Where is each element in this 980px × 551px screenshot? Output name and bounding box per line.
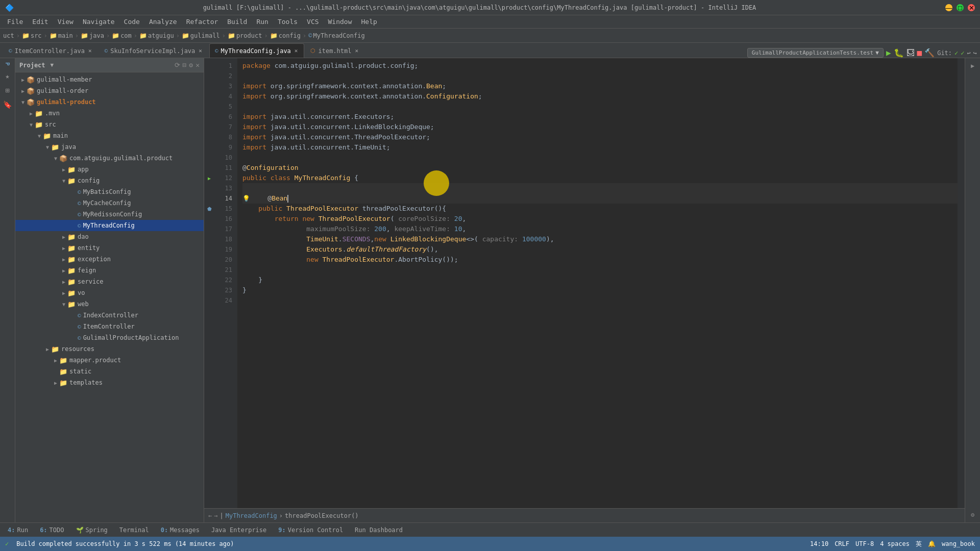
tree-item-vo[interactable]: ▶ 📁 vo <box>15 287 204 298</box>
tree-item-static[interactable]: 📁 static <box>15 366 204 377</box>
menu-run[interactable]: Run <box>252 17 272 27</box>
tree-item-mvn[interactable]: ▶ 📁 .mvn <box>15 108 204 119</box>
menu-help[interactable]: Help <box>357 17 381 27</box>
menu-vcs[interactable]: VCS <box>303 17 323 27</box>
nav-method-label[interactable]: threadPoolExecutor() <box>285 512 359 519</box>
tree-item-resources[interactable]: ▶ 📁 resources <box>15 343 204 355</box>
tab-close-skuinfo[interactable]: ✕ <box>198 47 203 54</box>
gutter-15-bean[interactable]: ⬟ <box>204 204 214 214</box>
close-project-icon[interactable]: ✕ <box>195 61 200 69</box>
collapse-icon[interactable]: ⊟ <box>183 61 187 69</box>
coverage-button[interactable]: ⛾ <box>906 48 915 58</box>
breadcrumb-atguigu[interactable]: atguigu <box>148 32 174 39</box>
project-icon[interactable]: P <box>3 61 12 67</box>
right-scrollbar[interactable] <box>958 58 965 508</box>
line-ending[interactable]: CRLF <box>835 540 849 547</box>
maximize-button[interactable]: □ <box>957 4 964 11</box>
bottom-tab-version-control[interactable]: 9: Version Control <box>273 525 348 535</box>
nav-forward-icon[interactable]: → <box>214 512 217 519</box>
notifications-icon[interactable]: 🔔 <box>928 540 936 547</box>
breadcrumb-src[interactable]: src <box>31 32 42 39</box>
breadcrumb-product[interactable]: product <box>236 32 262 39</box>
tree-item-mapper-product[interactable]: ▶ 📁 mapper.product <box>15 355 204 366</box>
nav-back-icon[interactable]: ← <box>208 512 212 519</box>
project-dropdown-icon[interactable]: ▼ <box>51 62 54 68</box>
menu-build[interactable]: Build <box>223 17 251 27</box>
code-editor[interactable]: ▶ ⬟ 1 2 3 4 5 6 7 8 9 10 11 <box>204 58 965 508</box>
breadcrumb-main[interactable]: main <box>58 32 73 39</box>
tree-item-service[interactable]: ▶ 📁 service <box>15 276 204 287</box>
favorites-icon[interactable]: ★ <box>4 70 11 82</box>
tree-item-mythreadconfig[interactable]: © MyThreadConfig <box>15 220 204 231</box>
bottom-tab-run-dashboard[interactable]: Run Dashboard <box>350 525 408 535</box>
menu-refactor[interactable]: Refactor <box>182 17 223 27</box>
debug-button[interactable]: 🐛 <box>894 48 904 58</box>
tree-item-templates[interactable]: ▶ 📁 templates <box>15 377 204 388</box>
window-controls[interactable]: — □ ✕ <box>945 4 975 11</box>
right-tool-1[interactable]: ▶ <box>969 61 976 71</box>
breadcrumb-gulimall[interactable]: gulimall <box>190 32 220 39</box>
breadcrumb-uct[interactable]: uct <box>3 32 14 39</box>
tree-item-gulimall-product[interactable]: ▼ 📦 gulimall-product <box>15 96 204 108</box>
menu-navigate[interactable]: Navigate <box>79 17 119 27</box>
menu-view[interactable]: View <box>54 17 78 27</box>
breadcrumb-config[interactable]: config <box>279 32 301 39</box>
bottom-tab-todo[interactable]: 6: TODO <box>35 525 69 535</box>
cursor-position[interactable]: 14:10 <box>810 540 828 547</box>
tab-mythreadconfig[interactable]: © MyThreadConfig.java ✕ <box>209 43 305 58</box>
structure-icon[interactable]: ⊞ <box>4 85 11 96</box>
sync-icon[interactable]: ⟳ <box>175 61 180 69</box>
bottom-tab-messages[interactable]: 0: Messages <box>156 525 205 535</box>
bottom-tab-spring[interactable]: 🌱 Spring <box>71 525 113 535</box>
nav-class-label[interactable]: MyThreadConfig <box>226 512 277 519</box>
build-button[interactable]: 🔨 <box>924 48 935 58</box>
bookmarks-icon[interactable]: 🔖 <box>2 99 13 110</box>
bottom-tab-java-enterprise[interactable]: Java Enterprise <box>206 525 272 535</box>
tree-item-dao[interactable]: ▶ 📁 dao <box>15 231 204 242</box>
menu-edit[interactable]: Edit <box>28 17 52 27</box>
tab-item-html[interactable]: ⬡ item.html ✕ <box>305 43 365 58</box>
breadcrumb-mythreadconfig[interactable]: MyThreadConfig <box>313 32 365 39</box>
breadcrumb-com[interactable]: com <box>120 32 132 39</box>
tree-item-mybatisconfig[interactable]: © MyBatisConfig <box>15 186 204 197</box>
code-content[interactable]: package com.atguigu.gulimall.product.con… <box>237 58 965 508</box>
tree-item-web[interactable]: ▼ 📁 web <box>15 298 204 310</box>
menu-code[interactable]: Code <box>120 17 144 27</box>
menu-file[interactable]: File <box>3 17 27 27</box>
minimize-button[interactable]: — <box>945 4 952 11</box>
bottom-tab-terminal[interactable]: Terminal <box>114 525 154 535</box>
lang-icon[interactable]: 英 <box>916 540 922 548</box>
tab-close-item-html[interactable]: ✕ <box>354 47 360 54</box>
tree-item-feign[interactable]: ▶ 📁 feign <box>15 265 204 276</box>
tree-item-src[interactable]: ▼ 📁 src <box>15 119 204 130</box>
tree-item-exception[interactable]: ▶ 📁 exception <box>15 254 204 265</box>
tree-item-main[interactable]: ▼ 📁 main <box>15 130 204 141</box>
run-config-selector[interactable]: GulimallProductApplicationTests.test ▼ <box>747 48 884 58</box>
tree-item-app[interactable]: ▶ 📁 app <box>15 164 204 175</box>
tree-item-mycacheconfig[interactable]: © MyCacheConfig <box>15 197 204 209</box>
tree-item-entity[interactable]: ▶ 📁 entity <box>15 242 204 254</box>
tab-skuinfoserviceimpl[interactable]: © SkuInfoServiceImpl.java ✕ <box>99 43 209 58</box>
charset[interactable]: UTF-8 <box>855 540 874 547</box>
tree-item-itemcontroller[interactable]: © ItemController <box>15 321 204 332</box>
close-button[interactable]: ✕ <box>968 4 975 11</box>
tree-item-gulimallproductapp[interactable]: © GulimallProductApplication <box>15 332 204 343</box>
tree-item-myredissonconfig[interactable]: © MyRedissonConfig <box>15 209 204 220</box>
tab-close-itemcontroller[interactable]: ✕ <box>87 47 93 54</box>
bottom-tab-run[interactable]: 4: Run <box>3 525 33 535</box>
tree-item-gulimall-order[interactable]: ▶ 📦 gulimall-order <box>15 85 204 96</box>
menu-analyze[interactable]: Analyze <box>145 17 181 27</box>
tree-item-config[interactable]: ▼ 📁 config <box>15 175 204 186</box>
breadcrumb-java[interactable]: java <box>89 32 104 39</box>
menu-tools[interactable]: Tools <box>274 17 302 27</box>
indent[interactable]: 4 spaces <box>880 540 910 547</box>
run-button[interactable]: ▶ <box>886 48 891 58</box>
tree-item-package[interactable]: ▼ 📦 com.atguigu.gulimall.product <box>15 153 204 164</box>
right-tool-2[interactable]: ⚙ <box>969 510 976 520</box>
tab-itemcontroller[interactable]: © ItemController.java ✕ <box>3 43 99 58</box>
tab-close-mythreadconfig[interactable]: ✕ <box>293 47 299 54</box>
tree-item-gulimall-member[interactable]: ▶ 📦 gulimall-member <box>15 74 204 85</box>
tree-item-java[interactable]: ▼ 📁 java <box>15 141 204 153</box>
settings-icon[interactable]: ⚙ <box>189 61 193 69</box>
tree-item-indexcontroller[interactable]: © IndexController <box>15 310 204 321</box>
